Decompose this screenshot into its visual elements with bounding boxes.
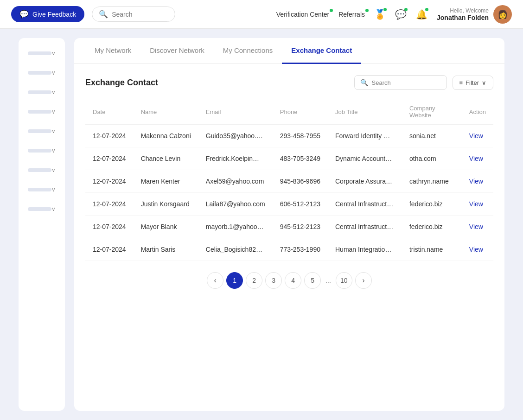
- col-email: Email: [198, 99, 273, 125]
- sidebar-item-5[interactable]: ∨: [24, 123, 59, 139]
- cell-date-2: 12-07-2024: [85, 170, 134, 193]
- user-info: Hello, Welcome Jonathan Folden 👩: [437, 5, 512, 24]
- sidebar-item-1[interactable]: ∨: [24, 45, 59, 61]
- pagination-page-3[interactable]: 3: [265, 272, 282, 289]
- tab-my-network[interactable]: My Network: [85, 38, 140, 64]
- global-search-input[interactable]: [112, 11, 167, 18]
- pagination-prev[interactable]: ‹: [207, 272, 223, 289]
- cell-phone-5: 773-253-1990: [273, 238, 328, 261]
- cell-action-4: View: [462, 216, 493, 238]
- cell-date-0: 12-07-2024: [85, 125, 134, 147]
- cell-phone-2: 945-836-9696: [273, 170, 328, 193]
- chevron-icon-9: ∨: [51, 206, 56, 212]
- sidebar-item-6[interactable]: ∨: [24, 143, 59, 159]
- pagination-page-5[interactable]: 5: [304, 272, 321, 289]
- verification-center-link[interactable]: Verification Center: [276, 11, 329, 18]
- messages-dot: [404, 8, 408, 11]
- pagination-page-2[interactable]: 2: [246, 272, 262, 289]
- cell-date-1: 12-07-2024: [85, 147, 134, 170]
- pagination-page-1[interactable]: 1: [226, 272, 243, 289]
- table-header: Date Name Email Phone Job Title Company …: [85, 99, 493, 125]
- cell-email-1: Fredrick.Koelpin@yah: [198, 147, 273, 170]
- view-link-0[interactable]: View: [469, 132, 483, 140]
- tab-exchange-contact[interactable]: Exchange Contact: [282, 38, 361, 64]
- table-row: 12-07-2024 Maren Kenter Axel59@yahoo.com…: [85, 170, 493, 193]
- cell-email-4: mayorb.1@yahoo.com: [198, 216, 273, 238]
- content-area: My Network Discover Network My Connectio…: [74, 38, 504, 411]
- filter-label: Filter: [466, 79, 479, 86]
- col-date: Date: [85, 99, 134, 125]
- filter-button[interactable]: ≡ Filter ∨: [453, 76, 493, 90]
- contacts-table-wrapper: Date Name Email Phone Job Title Company …: [85, 99, 493, 261]
- sidebar-item-7[interactable]: ∨: [24, 162, 59, 178]
- cell-action-0: View: [462, 125, 493, 147]
- cell-phone-3: 606-512-2123: [273, 193, 328, 216]
- pagination-next[interactable]: ›: [355, 272, 372, 289]
- cell-company-2: cathryn.name: [402, 170, 462, 193]
- chevron-icon-2: ∨: [51, 70, 56, 76]
- feedback-label: Give Feedback: [32, 11, 76, 18]
- user-welcome: Hello, Welcome: [437, 7, 489, 14]
- cell-email-2: Axel59@yahoo.com: [198, 170, 273, 193]
- cell-job-title-2: Corporate Assurance: [328, 170, 402, 193]
- view-link-4[interactable]: View: [469, 223, 483, 230]
- table-row: 12-07-2024 Martin Saris Celia_Bogisich82…: [85, 238, 493, 261]
- cell-job-title-4: Central Infrastructure: [328, 216, 402, 238]
- section-title: Exchange Contact: [85, 78, 158, 88]
- feedback-icon: 💬: [19, 10, 29, 19]
- sidebar-item-2[interactable]: ∨: [24, 65, 59, 81]
- cell-name-1: Chance Levin: [134, 147, 198, 170]
- view-link-2[interactable]: View: [469, 178, 483, 185]
- cell-company-1: otha.com: [402, 147, 462, 170]
- verification-dot: [330, 9, 333, 12]
- cell-action-5: View: [462, 238, 493, 261]
- cell-name-2: Maren Kenter: [134, 170, 198, 193]
- chevron-icon-1: ∨: [51, 50, 56, 57]
- cell-phone-4: 945-512-2123: [273, 216, 328, 238]
- tab-my-connections[interactable]: My Connections: [214, 38, 282, 64]
- badge-icon-button[interactable]: 🏅: [374, 9, 386, 20]
- col-action: Action: [462, 99, 493, 125]
- view-link-5[interactable]: View: [469, 246, 483, 253]
- pagination-page-10[interactable]: 10: [336, 272, 352, 289]
- chevron-icon-4: ∨: [51, 108, 56, 115]
- tabs-nav: My Network Discover Network My Connectio…: [74, 38, 504, 64]
- chevron-icon-8: ∨: [51, 186, 56, 193]
- sidebar: ∨ ∨ ∨ ∨ ∨ ∨ ∨ ∨: [19, 38, 65, 411]
- notifications-icon-button[interactable]: 🔔: [416, 9, 427, 20]
- cell-name-0: Makenna Calzoni: [134, 125, 198, 147]
- view-link-3[interactable]: View: [469, 200, 483, 208]
- cell-job-title-5: Human Integration En: [328, 238, 402, 261]
- cell-phone-1: 483-705-3249: [273, 147, 328, 170]
- header-right: Verification Center Referrals 🏅 💬 🔔 Hell…: [276, 5, 512, 24]
- tab-discover-network[interactable]: Discover Network: [140, 38, 214, 64]
- table-search-input[interactable]: [372, 79, 437, 86]
- avatar[interactable]: 👩: [493, 5, 512, 24]
- cell-company-0: sonia.net: [402, 125, 462, 147]
- sidebar-item-3[interactable]: ∨: [24, 84, 59, 100]
- cell-name-3: Justin Korsgaard: [134, 193, 198, 216]
- header-left: 💬 Give Feedback 🔍: [11, 6, 175, 22]
- chevron-icon-3: ∨: [51, 89, 56, 95]
- cell-company-5: tristin.name: [402, 238, 462, 261]
- cell-date-5: 12-07-2024: [85, 238, 134, 261]
- table-row: 12-07-2024 Mayor Blank mayorb.1@yahoo.co…: [85, 216, 493, 238]
- pagination-page-4[interactable]: 4: [285, 272, 301, 289]
- messages-icon-button[interactable]: 💬: [395, 9, 407, 20]
- give-feedback-button[interactable]: 💬 Give Feedback: [11, 6, 84, 22]
- view-link-1[interactable]: View: [469, 155, 483, 162]
- section-header: Exchange Contact 🔍 ≡ Filter ∨: [85, 75, 493, 90]
- sidebar-item-9[interactable]: ∨: [24, 201, 59, 217]
- referrals-link[interactable]: Referrals: [338, 11, 365, 18]
- col-job-title: Job Title: [328, 99, 402, 125]
- pagination-ellipsis: ...: [324, 277, 333, 284]
- sidebar-item-8[interactable]: ∨: [24, 182, 59, 197]
- table-row: 12-07-2024 Justin Korsgaard Laila87@yaho…: [85, 193, 493, 216]
- contacts-table: Date Name Email Phone Job Title Company …: [85, 99, 493, 261]
- header: 💬 Give Feedback 🔍 Verification Center Re…: [0, 0, 523, 29]
- chevron-icon-7: ∨: [51, 167, 56, 173]
- filter-chevron-icon: ∨: [482, 79, 486, 86]
- sidebar-item-4[interactable]: ∨: [24, 104, 59, 120]
- filter-icon: ≡: [459, 79, 463, 86]
- cell-job-title-0: Forward Identity Direc: [328, 125, 402, 147]
